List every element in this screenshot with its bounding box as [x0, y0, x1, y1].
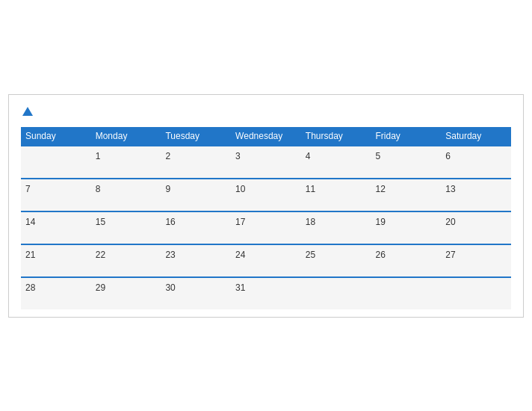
calendar-day-28: 28: [21, 277, 91, 309]
calendar-day-11: 11: [301, 179, 371, 211]
calendar-day-19: 19: [371, 211, 442, 244]
calendar-day-21: 21: [21, 244, 91, 277]
calendar-header: [21, 107, 511, 117]
calendar-day-2: 2: [161, 146, 231, 179]
calendar-week-row: 78910111213: [21, 179, 511, 211]
calendar-day-12: 12: [371, 179, 442, 211]
calendar-day-17: 17: [231, 211, 301, 244]
calendar-day-25: 25: [301, 244, 371, 277]
calendar-day-31: 31: [231, 277, 301, 309]
day-header-thursday: Thursday: [301, 127, 371, 146]
calendar-day-8: 8: [91, 179, 161, 211]
calendar-day-3: 3: [231, 146, 301, 179]
day-header-friday: Friday: [371, 127, 442, 146]
calendar-day-4: 4: [301, 146, 371, 179]
calendar-empty-cell: [371, 277, 442, 309]
calendar-day-10: 10: [231, 179, 301, 211]
calendar-week-row: 14151617181920: [21, 211, 511, 244]
calendar-day-18: 18: [301, 211, 371, 244]
calendar-container: SundayMondayTuesdayWednesdayThursdayFrid…: [8, 94, 524, 318]
calendar-table: SundayMondayTuesdayWednesdayThursdayFrid…: [21, 127, 511, 309]
calendar-day-6: 6: [441, 146, 511, 179]
calendar-day-5: 5: [371, 146, 442, 179]
calendar-day-26: 26: [371, 244, 442, 277]
calendar-day-27: 27: [441, 244, 511, 277]
calendar-day-22: 22: [91, 244, 161, 277]
logo: [21, 107, 33, 117]
day-header-sunday: Sunday: [21, 127, 91, 146]
calendar-day-9: 9: [161, 179, 231, 211]
day-header-saturday: Saturday: [441, 127, 511, 146]
calendar-day-1: 1: [91, 146, 161, 179]
calendar-day-16: 16: [161, 211, 231, 244]
logo-general: [21, 107, 33, 117]
logo-triangle-icon: [22, 107, 33, 116]
calendar-empty-cell: [301, 277, 371, 309]
day-header-monday: Monday: [91, 127, 161, 146]
calendar-header-row: SundayMondayTuesdayWednesdayThursdayFrid…: [21, 127, 511, 146]
day-header-tuesday: Tuesday: [161, 127, 231, 146]
calendar-day-29: 29: [91, 277, 161, 309]
calendar-week-row: 21222324252627: [21, 244, 511, 277]
calendar-week-row: 123456: [21, 146, 511, 179]
calendar-day-23: 23: [161, 244, 231, 277]
calendar-week-row: 28293031: [21, 277, 511, 309]
calendar-day-7: 7: [21, 179, 91, 211]
calendar-empty-cell: [21, 146, 91, 179]
calendar-day-15: 15: [91, 211, 161, 244]
calendar-day-30: 30: [161, 277, 231, 309]
day-header-wednesday: Wednesday: [231, 127, 301, 146]
calendar-day-24: 24: [231, 244, 301, 277]
calendar-day-14: 14: [21, 211, 91, 244]
calendar-day-13: 13: [441, 179, 511, 211]
calendar-empty-cell: [441, 277, 511, 309]
calendar-day-20: 20: [441, 211, 511, 244]
